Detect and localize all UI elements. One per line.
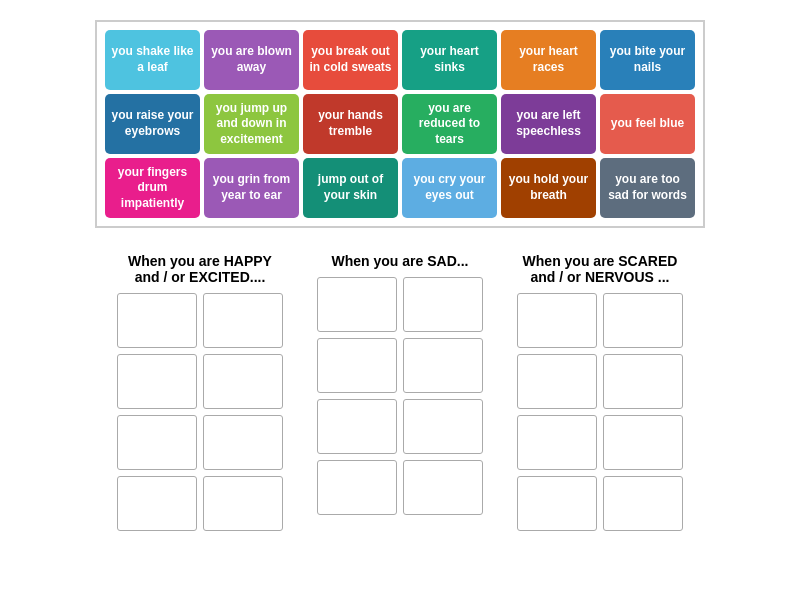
drop-cell-1-3-0[interactable]: [317, 460, 397, 515]
card-10[interactable]: you are reduced to tears: [402, 94, 497, 154]
card-12[interactable]: you feel blue: [600, 94, 695, 154]
card-5[interactable]: your heart races: [501, 30, 596, 90]
drop-cell-0-3-0[interactable]: [117, 476, 197, 531]
drop-cell-0-0-0[interactable]: [117, 293, 197, 348]
card-11[interactable]: you are left speechless: [501, 94, 596, 154]
drop-cell-2-2-1[interactable]: [603, 415, 683, 470]
drop-column-2: When you are SCARED and / or NERVOUS ...: [510, 253, 690, 531]
card-9[interactable]: your hands tremble: [303, 94, 398, 154]
drop-cell-2-3-1[interactable]: [603, 476, 683, 531]
drop-column-header-0: When you are HAPPY and / or EXCITED....: [110, 253, 290, 285]
drop-section: When you are HAPPY and / or EXCITED....W…: [100, 253, 700, 531]
drop-column-header-2: When you are SCARED and / or NERVOUS ...: [510, 253, 690, 285]
drop-column-1: When you are SAD...: [310, 253, 490, 531]
drop-cell-0-3-1[interactable]: [203, 476, 283, 531]
drop-cell-1-1-0[interactable]: [317, 338, 397, 393]
drop-cell-2-0-0[interactable]: [517, 293, 597, 348]
drop-cell-0-1-1[interactable]: [203, 354, 283, 409]
card-16[interactable]: you cry your eyes out: [402, 158, 497, 218]
drop-cell-0-2-1[interactable]: [203, 415, 283, 470]
drop-cell-0-0-1[interactable]: [203, 293, 283, 348]
card-4[interactable]: your heart sinks: [402, 30, 497, 90]
drop-cell-2-1-1[interactable]: [603, 354, 683, 409]
drop-cell-1-3-1[interactable]: [403, 460, 483, 515]
drop-cell-1-0-1[interactable]: [403, 277, 483, 332]
card-2[interactable]: you are blown away: [204, 30, 299, 90]
drop-cell-1-0-0[interactable]: [317, 277, 397, 332]
card-3[interactable]: you break out in cold sweats: [303, 30, 398, 90]
drop-cell-0-1-0[interactable]: [117, 354, 197, 409]
drop-cell-2-0-1[interactable]: [603, 293, 683, 348]
drop-column-header-1: When you are SAD...: [310, 253, 490, 269]
drop-cell-2-2-0[interactable]: [517, 415, 597, 470]
card-13[interactable]: your fingers drum impatiently: [105, 158, 200, 218]
drop-cell-1-1-1[interactable]: [403, 338, 483, 393]
card-18[interactable]: you are too sad for words: [600, 158, 695, 218]
drop-grid-0: [117, 293, 283, 531]
card-15[interactable]: jump out of your skin: [303, 158, 398, 218]
card-1[interactable]: you shake like a leaf: [105, 30, 200, 90]
card-grid: you shake like a leafyou are blown awayy…: [105, 30, 695, 218]
drop-cell-2-3-0[interactable]: [517, 476, 597, 531]
drop-cell-1-2-1[interactable]: [403, 399, 483, 454]
drop-grid-2: [517, 293, 683, 531]
drop-cell-2-1-0[interactable]: [517, 354, 597, 409]
card-17[interactable]: you hold your breath: [501, 158, 596, 218]
card-14[interactable]: you grin from year to ear: [204, 158, 299, 218]
card-grid-container: you shake like a leafyou are blown awayy…: [95, 20, 705, 228]
drop-column-0: When you are HAPPY and / or EXCITED....: [110, 253, 290, 531]
card-8[interactable]: you jump up and down in excitement: [204, 94, 299, 154]
drop-grid-1: [317, 277, 483, 515]
card-6[interactable]: you bite your nails: [600, 30, 695, 90]
drop-cell-1-2-0[interactable]: [317, 399, 397, 454]
card-7[interactable]: you raise your eyebrows: [105, 94, 200, 154]
drop-cell-0-2-0[interactable]: [117, 415, 197, 470]
